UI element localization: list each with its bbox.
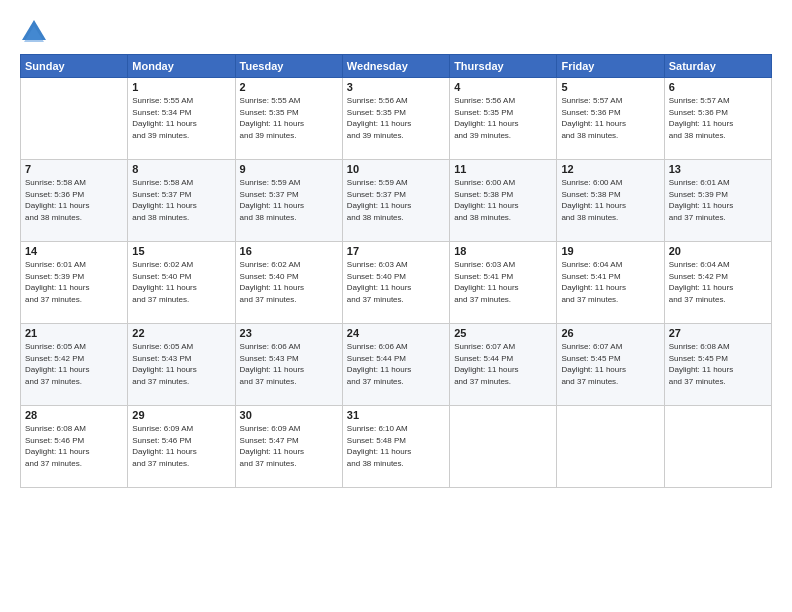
day-cell: 31Sunrise: 6:10 AM Sunset: 5:48 PM Dayli…	[342, 406, 449, 488]
day-info: Sunrise: 5:58 AM Sunset: 5:37 PM Dayligh…	[132, 177, 230, 223]
day-info: Sunrise: 6:08 AM Sunset: 5:45 PM Dayligh…	[669, 341, 767, 387]
day-cell	[21, 78, 128, 160]
day-info: Sunrise: 6:02 AM Sunset: 5:40 PM Dayligh…	[132, 259, 230, 305]
day-header-saturday: Saturday	[664, 55, 771, 78]
week-row-2: 7Sunrise: 5:58 AM Sunset: 5:36 PM Daylig…	[21, 160, 772, 242]
day-cell: 13Sunrise: 6:01 AM Sunset: 5:39 PM Dayli…	[664, 160, 771, 242]
day-cell: 23Sunrise: 6:06 AM Sunset: 5:43 PM Dayli…	[235, 324, 342, 406]
day-number: 11	[454, 163, 552, 175]
day-cell: 17Sunrise: 6:03 AM Sunset: 5:40 PM Dayli…	[342, 242, 449, 324]
week-row-1: 1Sunrise: 5:55 AM Sunset: 5:34 PM Daylig…	[21, 78, 772, 160]
day-cell: 11Sunrise: 6:00 AM Sunset: 5:38 PM Dayli…	[450, 160, 557, 242]
day-header-monday: Monday	[128, 55, 235, 78]
day-number: 9	[240, 163, 338, 175]
page: SundayMondayTuesdayWednesdayThursdayFrid…	[0, 0, 792, 612]
day-info: Sunrise: 6:09 AM Sunset: 5:46 PM Dayligh…	[132, 423, 230, 469]
day-cell: 1Sunrise: 5:55 AM Sunset: 5:34 PM Daylig…	[128, 78, 235, 160]
week-row-3: 14Sunrise: 6:01 AM Sunset: 5:39 PM Dayli…	[21, 242, 772, 324]
day-number: 16	[240, 245, 338, 257]
day-info: Sunrise: 5:59 AM Sunset: 5:37 PM Dayligh…	[240, 177, 338, 223]
day-number: 14	[25, 245, 123, 257]
day-cell	[450, 406, 557, 488]
day-info: Sunrise: 5:58 AM Sunset: 5:36 PM Dayligh…	[25, 177, 123, 223]
day-cell: 21Sunrise: 6:05 AM Sunset: 5:42 PM Dayli…	[21, 324, 128, 406]
day-info: Sunrise: 5:56 AM Sunset: 5:35 PM Dayligh…	[347, 95, 445, 141]
day-info: Sunrise: 6:04 AM Sunset: 5:42 PM Dayligh…	[669, 259, 767, 305]
day-header-friday: Friday	[557, 55, 664, 78]
day-number: 5	[561, 81, 659, 93]
day-number: 30	[240, 409, 338, 421]
day-cell: 27Sunrise: 6:08 AM Sunset: 5:45 PM Dayli…	[664, 324, 771, 406]
day-number: 20	[669, 245, 767, 257]
day-cell: 22Sunrise: 6:05 AM Sunset: 5:43 PM Dayli…	[128, 324, 235, 406]
day-info: Sunrise: 6:07 AM Sunset: 5:45 PM Dayligh…	[561, 341, 659, 387]
day-number: 22	[132, 327, 230, 339]
day-cell	[664, 406, 771, 488]
day-cell: 10Sunrise: 5:59 AM Sunset: 5:37 PM Dayli…	[342, 160, 449, 242]
day-cell: 2Sunrise: 5:55 AM Sunset: 5:35 PM Daylig…	[235, 78, 342, 160]
day-cell: 28Sunrise: 6:08 AM Sunset: 5:46 PM Dayli…	[21, 406, 128, 488]
day-cell: 12Sunrise: 6:00 AM Sunset: 5:38 PM Dayli…	[557, 160, 664, 242]
day-number: 26	[561, 327, 659, 339]
header	[20, 18, 772, 46]
day-number: 25	[454, 327, 552, 339]
week-row-4: 21Sunrise: 6:05 AM Sunset: 5:42 PM Dayli…	[21, 324, 772, 406]
day-info: Sunrise: 6:08 AM Sunset: 5:46 PM Dayligh…	[25, 423, 123, 469]
day-header-sunday: Sunday	[21, 55, 128, 78]
day-info: Sunrise: 5:57 AM Sunset: 5:36 PM Dayligh…	[561, 95, 659, 141]
day-number: 27	[669, 327, 767, 339]
day-cell: 5Sunrise: 5:57 AM Sunset: 5:36 PM Daylig…	[557, 78, 664, 160]
day-cell: 9Sunrise: 5:59 AM Sunset: 5:37 PM Daylig…	[235, 160, 342, 242]
day-cell: 16Sunrise: 6:02 AM Sunset: 5:40 PM Dayli…	[235, 242, 342, 324]
day-info: Sunrise: 6:03 AM Sunset: 5:41 PM Dayligh…	[454, 259, 552, 305]
day-number: 4	[454, 81, 552, 93]
day-number: 18	[454, 245, 552, 257]
day-number: 15	[132, 245, 230, 257]
logo-icon	[20, 18, 48, 46]
day-number: 24	[347, 327, 445, 339]
day-number: 12	[561, 163, 659, 175]
day-cell: 24Sunrise: 6:06 AM Sunset: 5:44 PM Dayli…	[342, 324, 449, 406]
day-info: Sunrise: 5:57 AM Sunset: 5:36 PM Dayligh…	[669, 95, 767, 141]
day-info: Sunrise: 6:00 AM Sunset: 5:38 PM Dayligh…	[561, 177, 659, 223]
day-number: 2	[240, 81, 338, 93]
day-info: Sunrise: 6:05 AM Sunset: 5:43 PM Dayligh…	[132, 341, 230, 387]
logo	[20, 18, 52, 46]
day-number: 3	[347, 81, 445, 93]
day-cell: 20Sunrise: 6:04 AM Sunset: 5:42 PM Dayli…	[664, 242, 771, 324]
day-cell: 14Sunrise: 6:01 AM Sunset: 5:39 PM Dayli…	[21, 242, 128, 324]
calendar-table: SundayMondayTuesdayWednesdayThursdayFrid…	[20, 54, 772, 488]
day-cell: 18Sunrise: 6:03 AM Sunset: 5:41 PM Dayli…	[450, 242, 557, 324]
day-info: Sunrise: 5:55 AM Sunset: 5:35 PM Dayligh…	[240, 95, 338, 141]
day-number: 13	[669, 163, 767, 175]
day-number: 31	[347, 409, 445, 421]
day-info: Sunrise: 6:00 AM Sunset: 5:38 PM Dayligh…	[454, 177, 552, 223]
day-info: Sunrise: 6:10 AM Sunset: 5:48 PM Dayligh…	[347, 423, 445, 469]
day-number: 7	[25, 163, 123, 175]
day-number: 6	[669, 81, 767, 93]
day-number: 19	[561, 245, 659, 257]
day-info: Sunrise: 5:55 AM Sunset: 5:34 PM Dayligh…	[132, 95, 230, 141]
day-cell: 6Sunrise: 5:57 AM Sunset: 5:36 PM Daylig…	[664, 78, 771, 160]
day-header-wednesday: Wednesday	[342, 55, 449, 78]
day-cell: 30Sunrise: 6:09 AM Sunset: 5:47 PM Dayli…	[235, 406, 342, 488]
day-cell: 25Sunrise: 6:07 AM Sunset: 5:44 PM Dayli…	[450, 324, 557, 406]
day-info: Sunrise: 6:06 AM Sunset: 5:44 PM Dayligh…	[347, 341, 445, 387]
day-cell: 3Sunrise: 5:56 AM Sunset: 5:35 PM Daylig…	[342, 78, 449, 160]
day-cell: 26Sunrise: 6:07 AM Sunset: 5:45 PM Dayli…	[557, 324, 664, 406]
day-cell: 29Sunrise: 6:09 AM Sunset: 5:46 PM Dayli…	[128, 406, 235, 488]
day-number: 28	[25, 409, 123, 421]
day-cell: 7Sunrise: 5:58 AM Sunset: 5:36 PM Daylig…	[21, 160, 128, 242]
day-number: 8	[132, 163, 230, 175]
day-info: Sunrise: 6:03 AM Sunset: 5:40 PM Dayligh…	[347, 259, 445, 305]
day-info: Sunrise: 5:59 AM Sunset: 5:37 PM Dayligh…	[347, 177, 445, 223]
day-info: Sunrise: 6:06 AM Sunset: 5:43 PM Dayligh…	[240, 341, 338, 387]
day-number: 29	[132, 409, 230, 421]
day-number: 17	[347, 245, 445, 257]
day-info: Sunrise: 6:01 AM Sunset: 5:39 PM Dayligh…	[25, 259, 123, 305]
day-info: Sunrise: 6:04 AM Sunset: 5:41 PM Dayligh…	[561, 259, 659, 305]
day-cell	[557, 406, 664, 488]
header-row: SundayMondayTuesdayWednesdayThursdayFrid…	[21, 55, 772, 78]
day-header-thursday: Thursday	[450, 55, 557, 78]
day-info: Sunrise: 5:56 AM Sunset: 5:35 PM Dayligh…	[454, 95, 552, 141]
